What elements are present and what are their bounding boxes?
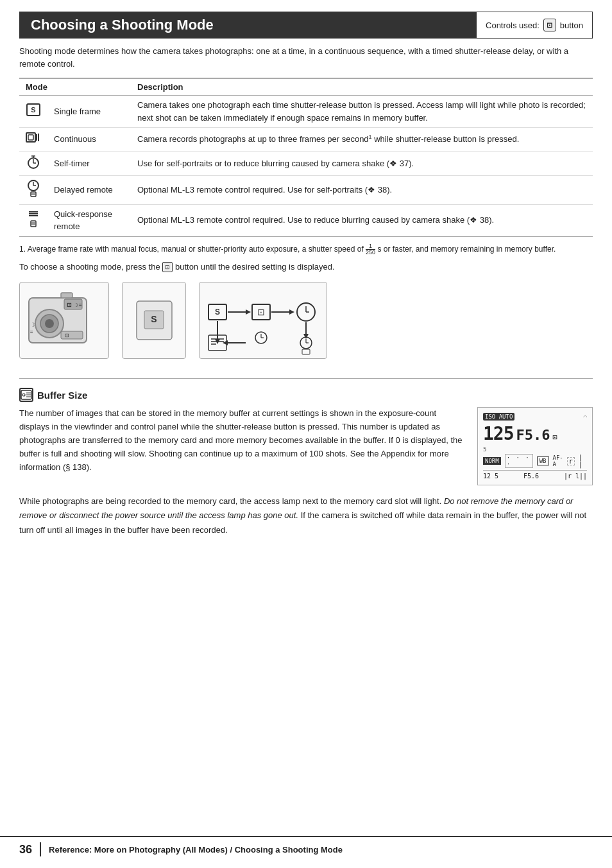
mode-desc-continuous: Camera records photographs at up to thre… [131,128,593,152]
intro-text: Shooting mode determines how the camera … [19,45,593,70]
svg-text:S: S [215,308,220,317]
display-numbers: 125 F5.6 ⊡ [483,423,587,444]
svg-marker-49 [289,309,294,315]
mode-table: Mode Description S Single frame Camera t… [19,78,593,237]
choose-suffix: button until the desired setting is disp… [175,262,335,272]
buffer-title: Buffer Size [19,388,593,402]
mode-desc-single: Camera takes one photograph each time sh… [131,96,593,128]
svg-point-71 [22,394,25,396]
svg-text:☽: ☽ [74,302,78,308]
mode-name-continuous: Continuous [47,128,131,152]
button-diagram: S [122,282,186,359]
diagrams-row: ⊡ ☽ ≡ ☽ ≡ ⊡ S S [19,282,593,359]
footnote: 1. Average frame rate with manual focus,… [19,243,593,256]
display-f-num: F5.6 [516,427,550,443]
table-row: S Single frame Camera takes one photogra… [19,96,593,128]
separator [19,378,593,379]
mode-name-selftimer: Self-timer [47,151,131,176]
svg-point-29 [45,319,54,328]
camera-diagram: ⊡ ☽ ≡ ☽ ≡ ⊡ [19,282,109,359]
page-title: Choosing a Shooting Mode [19,12,476,39]
display-main-num: 125 [483,423,514,444]
footnote-text: 1. Average frame rate with manual focus,… [19,245,556,254]
footer-page-num: 36 [19,843,32,856]
display-indicator: ⌒ [584,413,587,420]
display-bottom-mid: F5.6 [523,473,539,480]
choose-prefix: To choose a shooting mode, press the [19,262,160,272]
footer-divider [40,842,41,856]
access-normal1: While photographs are being recorded to … [19,496,444,506]
buffer-content: The number of images that can be stored … [19,407,593,485]
mode-desc-delayed: Optional ML-L3 remote control required. … [131,176,593,205]
display-iso: ISO AUTO [483,413,514,421]
display-wb: WB [537,456,549,465]
svg-marker-45 [246,309,251,315]
mode-icon-delayed [19,176,47,205]
display-row4: 12 5 F5.6 |r l|| [483,470,587,480]
svg-text:S: S [151,314,157,324]
access-lamp-text: While photographs are being recorded to … [19,494,593,537]
buffer-display: ISO AUTO ⌒ 125 F5.6 ⊡ 5 NORM · · · · WB … [477,407,593,485]
svg-rect-2 [26,133,35,142]
svg-rect-69 [302,349,310,354]
mode-icon-selftimer [19,151,47,176]
svg-rect-30 [61,293,72,298]
mode-name-delayed: Delayed remote [47,176,131,205]
svg-text:⊡: ⊡ [257,307,265,317]
buffer-icon [19,388,33,402]
svg-text:☽: ☽ [30,322,35,328]
mode-desc-selftimer: Use for self-portraits or to reduce blur… [131,151,593,176]
buffer-text: The number of images that can be stored … [19,407,464,474]
choose-button-icon: ⊡ [162,262,173,272]
page-header: Choosing a Shooting Mode Controls used: … [19,12,593,39]
controls-used-box: Controls used: ⊡ button [476,12,593,39]
mode-icon-continuous [19,128,47,152]
buffer-section: Buffer Size The number of images that ca… [19,388,593,485]
display-dots: · · · · [505,454,533,468]
page-footer: 36 Reference: More on Photography (All M… [0,836,612,856]
table-row: Self-timer Use for self-portraits or to … [19,151,593,176]
display-bottom-right: |r l|| [564,473,587,480]
mode-name-qr: Quick-response remote [47,204,131,236]
display-r: r [567,457,575,465]
mode-icon-qr [19,204,47,236]
controls-used-label: Controls used: [486,21,540,30]
footer-text: Reference: More on Photography (All Mode… [49,845,343,855]
mode-icon-single: S [19,96,47,128]
choose-text: To choose a shooting mode, press the ⊡ b… [19,261,593,273]
svg-text:S: S [31,106,35,114]
mode-desc-qr: Optional ML-L3 remote control required. … [131,204,593,236]
col-mode-header: Mode [19,78,131,96]
buffer-title-text: Buffer Size [37,390,87,401]
svg-rect-3 [28,135,33,140]
display-af: AF-A [553,455,563,467]
svg-text:≡: ≡ [30,329,33,335]
controls-button-icon: ⊡ [543,19,556,31]
svg-text:≡: ≡ [79,302,82,308]
svg-marker-60 [223,340,228,345]
svg-marker-65 [303,334,309,339]
display-norm: NORM [483,457,501,465]
display-bottom-left: 12 5 [483,473,498,480]
display-ticks: | | [579,454,587,468]
col-desc-header: Description [131,78,593,96]
display-mode-icon: ⊡ [553,433,557,442]
svg-text:⊡: ⊡ [67,302,72,308]
cycle-diagram: S ⊡ [199,282,327,359]
controls-button-label: button [560,21,583,30]
table-row: Quick-response remote Optional ML-L3 rem… [19,204,593,236]
display-sub1: 5 [483,446,587,453]
table-row: Continuous Camera records photographs at… [19,128,593,152]
display-row1: ISO AUTO ⌒ [483,413,587,421]
mode-name-single: Single frame [47,96,131,128]
display-row2: NORM · · · · WB AF-A r | | [483,454,587,468]
table-row: Delayed remote Optional ML-L3 remote con… [19,176,593,205]
svg-text:⊡: ⊡ [65,333,69,338]
